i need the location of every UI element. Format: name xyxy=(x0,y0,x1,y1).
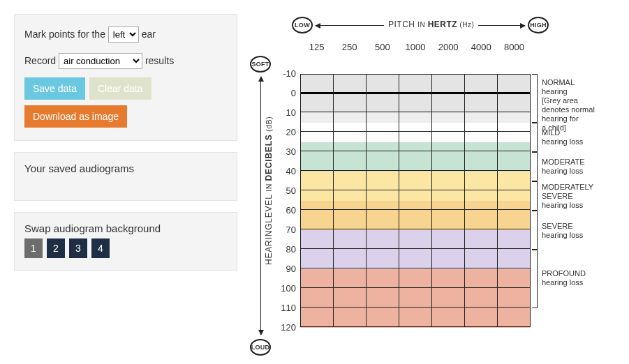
ear-row: Mark points for the left ear xyxy=(24,24,227,44)
ear-select[interactable]: left xyxy=(108,26,139,43)
bg-swatch-4[interactable]: 4 xyxy=(91,238,110,258)
y-tick-labels: -10 0 10 20 30 40 50 60 70 80 90 100 110… xyxy=(272,64,296,338)
record-suffix: results xyxy=(145,55,174,66)
high-badge: HIGH xyxy=(528,17,549,33)
conduction-select[interactable]: air conduction xyxy=(59,53,142,69)
audiogram-grid[interactable] xyxy=(300,74,531,327)
input-panel: Mark points for the left ear Record air … xyxy=(14,14,237,141)
controls-column: Mark points for the left ear Record air … xyxy=(14,14,237,350)
low-badge: LOW xyxy=(292,17,313,33)
bg-swatch-1[interactable]: 1 xyxy=(24,238,43,258)
bracket-normal xyxy=(532,74,538,123)
saved-panel: Your saved audiograms xyxy=(14,152,237,201)
save-button[interactable]: Save data xyxy=(24,77,85,100)
bg-swatch-2[interactable]: 2 xyxy=(47,238,65,258)
bracket-profound xyxy=(532,250,538,308)
sev-severe: SEVERE hearing loss xyxy=(542,222,583,240)
bracket-moderate xyxy=(532,152,538,181)
bg-swatch-3[interactable]: 3 xyxy=(69,238,87,258)
clear-button[interactable]: Clear data xyxy=(89,77,151,100)
download-button[interactable]: Download as image xyxy=(24,105,127,128)
sev-moderate: MODERATE hearing loss xyxy=(542,158,585,176)
loud-badge: LOUD xyxy=(250,339,271,356)
x-tick-labels: 125 250 500 1000 2000 4000 8000 xyxy=(300,42,531,52)
bracket-mild xyxy=(532,123,538,152)
x-axis-title: PITCH IN HERTZ (Hz) xyxy=(384,20,478,29)
sev-modsev: MODERATELY SEVERE hearing loss xyxy=(542,183,593,210)
sev-profound: PROFOUND hearing loss xyxy=(542,269,586,287)
soft-badge: SOFT xyxy=(250,56,271,73)
audiogram-chart[interactable]: LOW PITCH IN HERTZ (Hz) HIGH SOFT HEARIN… xyxy=(237,14,615,350)
bg-swatch-row: 1 2 3 4 xyxy=(24,238,227,258)
sev-mild: MILD hearing loss xyxy=(542,128,583,146)
bracket-severe xyxy=(532,211,538,250)
sev-normal: NORMAL hearing [Grey area denotes normal… xyxy=(542,78,595,132)
conduction-row: Record air conduction results xyxy=(24,51,227,70)
record-prefix: Record xyxy=(24,55,59,66)
swap-panel: Swap audiogram background 1 2 3 4 xyxy=(14,212,237,271)
level-arrow xyxy=(260,77,261,335)
bracket-modsev xyxy=(532,181,538,211)
mark-prefix: Mark points for the xyxy=(24,29,108,40)
swap-heading: Swap audiogram background xyxy=(24,222,227,234)
mark-suffix: ear xyxy=(142,29,156,40)
saved-heading: Your saved audiograms xyxy=(24,162,227,174)
